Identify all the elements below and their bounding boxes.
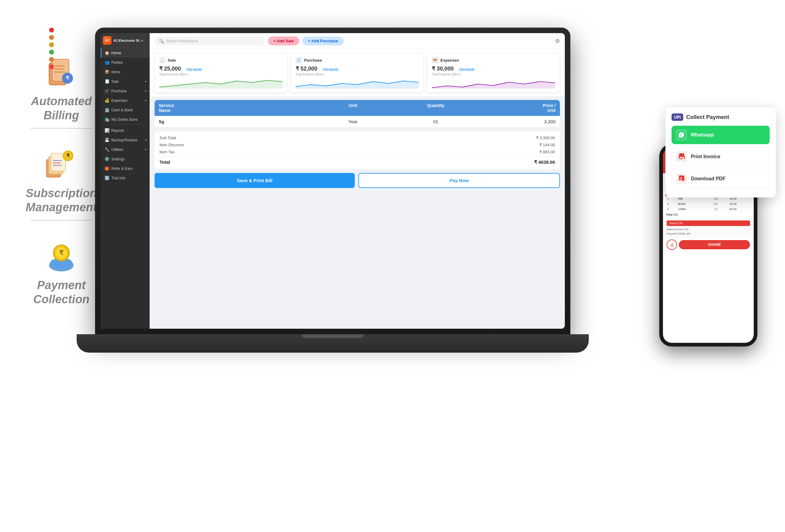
- phone-balance-due: Balance Due 0.00: [667, 227, 750, 231]
- collect-option-pdf[interactable]: PDF Download PDF: [672, 169, 770, 188]
- backup-arrow-icon: ▾: [145, 138, 147, 142]
- items-icon: 📦: [105, 70, 109, 74]
- expenses-stat-title: Expenses: [440, 58, 459, 62]
- sidebar-item-expenses[interactable]: 💰 Expenses ▾: [101, 96, 150, 105]
- row1-unit: Year: [311, 116, 394, 127]
- add-purchase-button[interactable]: + Add Purchase: [302, 36, 344, 45]
- sidebar-item-my-online-store[interactable]: 🛍️ My Online Store: [101, 115, 150, 124]
- phone-share-button[interactable]: SHARE: [679, 240, 750, 249]
- subscription-management-icon: ₹: [45, 147, 78, 181]
- svg-text:PDF: PDF: [679, 180, 682, 182]
- laptop-screen: A1 A1 Electronic St. > 🏠 Home 👥 Parties: [101, 33, 565, 329]
- color-dot-yellow[interactable]: [49, 42, 54, 47]
- expenses-mini-chart: [432, 78, 555, 88]
- sidebar-item-settings[interactable]: ⚙️ Settings: [101, 154, 150, 164]
- phone-print-button[interactable]: 🖨: [667, 239, 677, 250]
- subscription-management-label: Subscription Management: [18, 186, 104, 214]
- purchase-stat-sub: Total Expense (Mon.): [296, 73, 419, 76]
- color-dot-orange2[interactable]: [49, 57, 54, 62]
- svg-marker-20: [159, 80, 283, 88]
- sidebar-item-items[interactable]: 📦 Items: [101, 67, 150, 77]
- search-placeholder-text: SearchTransactions: [166, 39, 198, 43]
- sidebar-item-home[interactable]: 🏠 Home: [101, 48, 150, 58]
- collect-option-whatsapp[interactable]: Whatsapp: [672, 126, 770, 144]
- sidebar-item-sale[interactable]: 🧾 Sale ▾: [101, 77, 150, 86]
- sidebar: A1 A1 Electronic St. > 🏠 Home 👥 Parties: [101, 33, 150, 329]
- app-header: 🔍 SearchTransactions + Add Sale + Add Pu…: [150, 33, 565, 49]
- backup-icon: 💾: [105, 138, 109, 142]
- sale-stat-title: Sale: [168, 58, 176, 62]
- sidebar-item-purchase[interactable]: 🛒 Purchase ▾: [101, 86, 150, 96]
- col-unit: Unit: [311, 100, 394, 116]
- color-dot-red[interactable]: [49, 28, 54, 32]
- sidebar-nav: 🏠 Home 👥 Parties 📦 Items 🧾: [101, 48, 150, 329]
- sidebar-header[interactable]: A1 A1 Electronic St. >: [101, 33, 150, 48]
- sale-stat-sub: Total Expense (Mon.): [159, 73, 283, 76]
- collect-option-print[interactable]: Print Invoice: [672, 147, 770, 166]
- phone-item-3-price: 82.00: [728, 207, 751, 212]
- feature-list: ₹ Automated Billing ₹ Subscription Manag…: [18, 55, 104, 307]
- print-icon: [676, 151, 687, 162]
- phone-item-2-price: 45.00: [728, 201, 751, 207]
- phone-total-items: Total 171: [665, 212, 751, 218]
- sidebar-item-parties[interactable]: 👥 Parties: [101, 58, 150, 67]
- color-dot-red2[interactable]: [49, 65, 54, 69]
- store-avatar: A1: [103, 36, 111, 45]
- total-row: Total ₹ 4039.00: [159, 157, 555, 166]
- payment-collection-label: Payment Collection: [18, 278, 104, 306]
- feature-payment-collection: ₹ Payment Collection: [18, 239, 104, 306]
- sub-total-value: ₹ 3,300.00: [536, 135, 555, 140]
- sidebar-item-reports[interactable]: 📊 Reports: [101, 126, 150, 135]
- stat-card-expenses[interactable]: 💳 Expenses ₹ 30,000 This Month Total Exp…: [427, 53, 560, 93]
- add-sale-button[interactable]: + Add Sale: [268, 36, 299, 45]
- sidebar-item-trial-info[interactable]: ℹ️ Trial Info: [101, 173, 150, 183]
- svg-rect-28: [680, 159, 682, 159]
- feature-automated-billing: ₹ Automated Billing: [18, 55, 104, 129]
- save-print-button[interactable]: Save & Print Bill: [155, 173, 355, 188]
- search-box[interactable]: 🔍 SearchTransactions: [155, 37, 265, 45]
- upi-logo: UPI: [672, 113, 683, 121]
- purchase-icon: 🛒: [105, 88, 109, 93]
- stat-card-sale[interactable]: 🧾 Sale ₹ 25,000 This Month Total Expense…: [155, 53, 287, 93]
- collect-payment-header: UPI Collect Payment: [672, 113, 770, 121]
- sidebar-settings-label: Settings: [111, 157, 125, 161]
- search-icon: 🔍: [159, 39, 164, 44]
- svg-marker-22: [432, 81, 555, 88]
- sidebar-item-refer-earn[interactable]: 🎁 Refer & Earn: [101, 164, 150, 173]
- collect-payment-title: Collect Payment: [686, 114, 729, 121]
- svg-rect-32: [680, 177, 683, 178]
- sidebar-item-utilities[interactable]: 🔧 Utilities ▾: [101, 145, 150, 154]
- svg-rect-31: [683, 177, 684, 181]
- svg-rect-2: [54, 65, 65, 67]
- sidebar-item-cash-bank[interactable]: 🏦 Cash & Bank: [101, 105, 150, 115]
- sidebar-reports-label: Reports: [111, 128, 124, 133]
- svg-text:₹: ₹: [59, 249, 64, 257]
- col-service-name: ServiceName: [155, 100, 311, 116]
- color-dots: [49, 28, 54, 69]
- color-dot-orange[interactable]: [49, 35, 54, 40]
- stats-row: 🧾 Sale ₹ 25,000 This Month Total Expense…: [150, 49, 565, 96]
- invoice-table: ServiceName Unit Quantity Price /Unit 5g…: [155, 100, 560, 128]
- feature-divider-1: [31, 128, 92, 129]
- stat-card-purchase[interactable]: 🛒 Purchase ₹ 52,000 This Month Total Exp…: [291, 53, 424, 93]
- item-discount-row: Item Discount ₹ 144.00: [159, 141, 555, 148]
- sidebar-item-backup-restore[interactable]: 💾 Backup/Restore ▾: [101, 135, 150, 145]
- sidebar-expenses-label: Expenses: [111, 98, 128, 103]
- purchase-mini-chart: [296, 78, 419, 88]
- color-dot-green[interactable]: [49, 50, 54, 55]
- row1-price: 3,300: [477, 116, 560, 127]
- sidebar-trial-label: Trial Info: [111, 176, 125, 180]
- sidebar-items-label: Items: [111, 70, 120, 74]
- row1-quantity: 01: [394, 116, 477, 127]
- phone-item-2-num: 2: [665, 201, 676, 207]
- pdf-icon: PDF: [676, 173, 687, 184]
- sidebar-bottom-section: 📊 Reports 💾 Backup/Restore ▾ 🔧 Utilities: [101, 124, 150, 183]
- sidebar-sale-label: Sale: [111, 79, 119, 84]
- item-tax-row: Item Tax ₹ 883.00: [159, 148, 555, 155]
- totals-area: Sub Total ₹ 3,300.00 Item Discount ₹ 144…: [155, 131, 560, 169]
- pay-now-button[interactable]: Pay Now: [358, 173, 560, 188]
- utilities-icon: 🔧: [105, 147, 109, 152]
- sidebar-home-label: Home: [111, 51, 121, 55]
- col-price-unit: Price /Unit: [477, 100, 560, 116]
- settings-gear-button[interactable]: ⚙: [555, 38, 560, 45]
